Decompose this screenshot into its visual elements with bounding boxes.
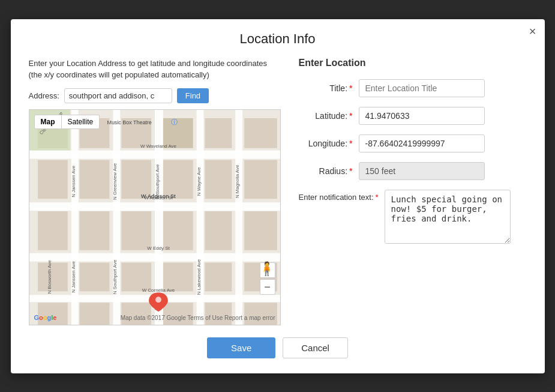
enter-location-header: Enter Location bbox=[299, 58, 527, 68]
svg-rect-32 bbox=[163, 262, 193, 291]
svg-rect-40 bbox=[244, 303, 277, 325]
svg-rect-22 bbox=[244, 160, 277, 199]
svg-rect-28 bbox=[244, 211, 277, 250]
svg-text:ⓘ: ⓘ bbox=[170, 118, 177, 125]
map-visual: Cleveland Ave W Waveland Ave W Addison S… bbox=[29, 110, 280, 325]
map-tab-map[interactable]: Map bbox=[34, 115, 62, 129]
google-branding: Google bbox=[34, 314, 57, 321]
svg-text:W Eddy St: W Eddy St bbox=[147, 245, 170, 250]
required-star-notif: * bbox=[376, 193, 379, 202]
required-star: * bbox=[349, 83, 352, 93]
svg-rect-30 bbox=[79, 262, 109, 291]
svg-rect-36 bbox=[79, 303, 109, 325]
notification-textarea[interactable]: Lunch special going on now! $5 for burge… bbox=[385, 190, 511, 244]
svg-text:N Wayne Ave: N Wayne Ave bbox=[196, 166, 201, 195]
svg-rect-10 bbox=[235, 110, 242, 325]
address-label: Address: bbox=[29, 91, 59, 100]
right-panel: Enter Location Title:* Latitude:* bbox=[299, 58, 527, 325]
svg-point-60 bbox=[155, 297, 161, 303]
svg-text:Music Box Theatre: Music Box Theatre bbox=[107, 119, 151, 125]
modal-overlay: × Location Info Enter your Location Addr… bbox=[0, 0, 555, 392]
latitude-input[interactable] bbox=[359, 107, 485, 125]
latitude-label: Latitude:* bbox=[299, 111, 353, 121]
svg-text:N Magnolia Ave: N Magnolia Ave bbox=[235, 164, 240, 198]
address-input[interactable] bbox=[64, 88, 172, 103]
svg-rect-37 bbox=[121, 303, 151, 325]
svg-rect-33 bbox=[205, 262, 232, 291]
title-input[interactable] bbox=[359, 79, 485, 97]
latitude-row: Latitude:* bbox=[299, 107, 527, 125]
svg-rect-17 bbox=[38, 160, 68, 199]
map-tab-satellite[interactable]: Satellite bbox=[62, 115, 100, 129]
svg-rect-39 bbox=[205, 303, 232, 325]
svg-rect-26 bbox=[163, 211, 193, 250]
find-button[interactable]: Find bbox=[177, 88, 209, 103]
required-star-lat: * bbox=[349, 111, 352, 121]
svg-text:N Janssen Ave: N Janssen Ave bbox=[70, 165, 76, 197]
longitude-row: Longitude:* bbox=[299, 134, 527, 152]
svg-rect-29 bbox=[38, 262, 68, 291]
radius-row: Radius:* bbox=[299, 162, 527, 180]
map-data-text: Map data ©2017 Google Terms of Use Repor… bbox=[121, 315, 275, 321]
svg-rect-21 bbox=[205, 160, 232, 199]
save-button[interactable]: Save bbox=[207, 337, 275, 358]
svg-text:N Bosworth Ave: N Bosworth Ave bbox=[46, 259, 52, 294]
radius-input[interactable] bbox=[359, 162, 485, 180]
svg-text:N Greenview Ave: N Greenview Ave bbox=[112, 163, 118, 200]
svg-rect-18 bbox=[79, 160, 109, 199]
zoom-out-button[interactable]: − bbox=[260, 279, 275, 295]
svg-rect-15 bbox=[205, 118, 232, 148]
notification-label: Enter notification text:* bbox=[299, 193, 379, 202]
svg-rect-27 bbox=[205, 211, 232, 250]
modal-body: Enter your Location Address to get latit… bbox=[29, 58, 527, 325]
svg-text:W Cornelia Ave: W Cornelia Ave bbox=[142, 288, 175, 293]
svg-rect-25 bbox=[121, 211, 151, 250]
required-star-lon: * bbox=[349, 139, 352, 148]
svg-rect-23 bbox=[38, 211, 68, 250]
description-text: Enter your Location Address to get latit… bbox=[29, 58, 281, 81]
required-star-rad: * bbox=[349, 166, 352, 176]
address-row: Address: Find bbox=[29, 88, 281, 103]
longitude-input[interactable] bbox=[359, 134, 485, 152]
close-button[interactable]: × bbox=[529, 25, 536, 37]
google-logo: Google bbox=[34, 314, 57, 321]
title-row: Title:* bbox=[299, 79, 527, 97]
svg-rect-31 bbox=[121, 262, 151, 291]
svg-rect-24 bbox=[79, 211, 109, 250]
modal-title: Location Info bbox=[29, 31, 527, 47]
street-view-icon[interactable]: 🧍 bbox=[259, 261, 275, 277]
longitude-label: Longitude:* bbox=[299, 139, 353, 148]
svg-text:W Waveland Ave: W Waveland Ave bbox=[140, 143, 176, 148]
svg-text:N Southport Ave: N Southport Ave bbox=[112, 259, 118, 294]
radius-label: Radius:* bbox=[299, 166, 353, 176]
svg-text:N Janssen Ave: N Janssen Ave bbox=[70, 261, 76, 292]
title-label: Title:* bbox=[299, 83, 353, 93]
svg-rect-16 bbox=[244, 118, 277, 148]
modal-dialog: × Location Info Enter your Location Addr… bbox=[11, 19, 545, 373]
svg-text:N Lakewood Ave: N Lakewood Ave bbox=[196, 259, 201, 295]
notification-row: Enter notification text:* Lunch special … bbox=[299, 190, 527, 244]
map-tabs: Map Satellite bbox=[34, 115, 100, 129]
cancel-button[interactable]: Cancel bbox=[283, 337, 348, 358]
svg-rect-38 bbox=[163, 303, 193, 325]
svg-text:W Addison St: W Addison St bbox=[141, 193, 176, 199]
left-panel: Enter your Location Address to get latit… bbox=[29, 58, 281, 325]
map-container: Map Satellite bbox=[29, 109, 281, 325]
modal-footer: Save Cancel bbox=[29, 337, 527, 358]
